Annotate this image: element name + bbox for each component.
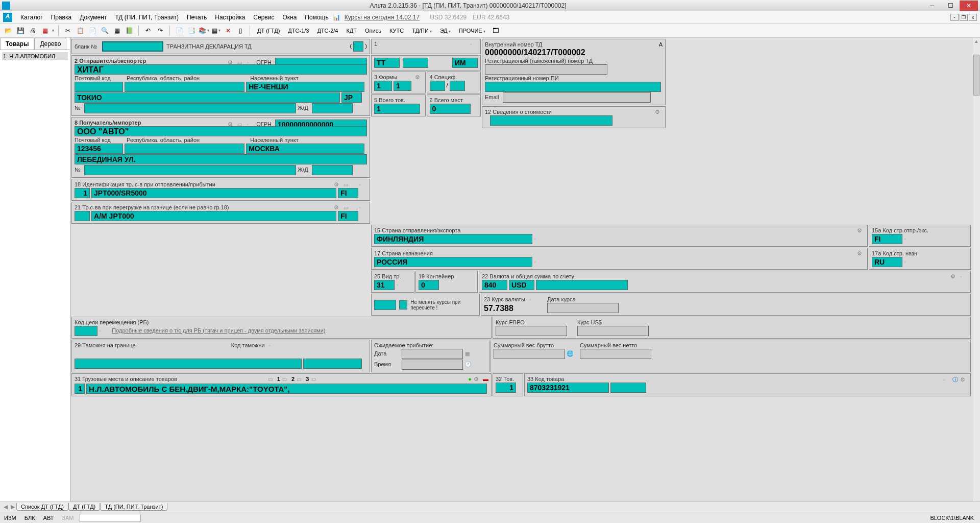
box17a-val[interactable]: RU	[872, 257, 902, 267]
mdi-min-button[interactable]: -	[950, 14, 959, 21]
mdi-restore-button[interactable]: ❐	[960, 14, 968, 21]
menu-print[interactable]: Печать	[183, 14, 211, 21]
gear-icon[interactable]	[857, 250, 864, 257]
calc-icon[interactable]: ▦	[40, 26, 50, 36]
blank-field[interactable]	[102, 41, 163, 52]
gear-icon[interactable]	[474, 376, 481, 383]
page-icon[interactable]	[297, 376, 304, 383]
tree-item-1[interactable]: 1. Н.Л.АВТОМОБИЛ	[2, 52, 68, 60]
box1-im[interactable]: ИМ	[452, 58, 478, 68]
decl-paren-field[interactable]	[353, 41, 363, 52]
box31-num[interactable]: 1	[75, 384, 85, 394]
flag-icon[interactable]	[397, 281, 404, 289]
btn-dts24[interactable]: ДТС-2/4	[314, 28, 341, 34]
gear-icon[interactable]	[415, 74, 422, 81]
page-icon[interactable]	[344, 204, 351, 211]
box22-name[interactable]: USD	[509, 280, 534, 290]
box5-val[interactable]: 1	[374, 104, 420, 114]
email-field[interactable]	[503, 92, 651, 103]
menu-settings[interactable]: Настройка	[211, 14, 249, 21]
expected-time-field[interactable]	[402, 360, 463, 370]
flag-icon[interactable]	[904, 235, 912, 243]
redo-icon[interactable]: ↷	[155, 26, 165, 36]
scroll-left-button[interactable]: ◀	[2, 504, 9, 510]
delete-icon[interactable]: ✕	[223, 26, 233, 36]
menu-edit[interactable]: Правка	[47, 14, 76, 21]
sender-num-field[interactable]	[84, 103, 296, 113]
box21-val[interactable]: А/М JPT000	[91, 211, 336, 221]
box3-b[interactable]: 1	[394, 81, 411, 91]
box4-a-field[interactable]	[430, 81, 445, 91]
spare-field[interactable]	[374, 300, 396, 310]
gear-icon[interactable]	[334, 181, 341, 188]
recv-name[interactable]: ООО "АВТО"	[75, 126, 367, 136]
box21-cc[interactable]: FI	[338, 211, 358, 221]
btn-opis[interactable]: Опись	[362, 28, 384, 34]
box18-val[interactable]: JPT000/SR5000	[91, 188, 336, 198]
box25-val[interactable]: 31	[374, 280, 395, 290]
mdi-close-button[interactable]: x	[969, 14, 977, 21]
recv-zhd-field[interactable]	[312, 165, 353, 175]
flag-icon[interactable]	[359, 181, 366, 188]
scrollbar-thumb[interactable]	[973, 55, 979, 96]
page-icon[interactable]	[282, 376, 289, 383]
sender-country[interactable]: JP	[341, 92, 362, 103]
menu-help[interactable]: Помощь	[301, 14, 332, 21]
btn-dts13[interactable]: ДТС-1/3	[285, 28, 312, 34]
rate-eur-field[interactable]	[496, 326, 567, 336]
gross-field[interactable]	[494, 349, 565, 359]
box1-mid-field[interactable]	[403, 58, 428, 68]
gear-icon[interactable]	[950, 273, 958, 280]
flag-icon[interactable]	[359, 204, 366, 211]
box17-val[interactable]: РОССИЯ	[374, 257, 532, 267]
box33-val[interactable]: 8703231921	[527, 383, 609, 393]
clock-icon[interactable]: 🕐	[464, 361, 472, 367]
btn-kdt[interactable]: КДТ	[343, 28, 360, 34]
sender-postal-val[interactable]: ТОКИО	[75, 92, 340, 103]
purpose-link[interactable]: Подробные сведения о т/с для РБ (тягач и…	[112, 327, 325, 334]
flag-icon[interactable]	[534, 258, 542, 266]
box29-name-field[interactable]	[75, 359, 302, 369]
purpose-field[interactable]	[75, 326, 97, 336]
btn-ed[interactable]: ЭД	[437, 28, 454, 34]
table-icon[interactable]: ▦	[112, 26, 122, 36]
box18-count[interactable]: 1	[75, 188, 90, 198]
expected-date-field[interactable]	[402, 349, 463, 359]
reg-customs-field[interactable]	[485, 64, 607, 75]
box22-code[interactable]: 840	[482, 280, 507, 290]
btab-list[interactable]: Список ДТ (ГТД)	[16, 503, 68, 511]
flag-icon[interactable]	[960, 273, 967, 280]
delete-red-icon[interactable]: ▬	[483, 376, 488, 382]
flag-icon[interactable]	[470, 41, 477, 48]
menu-document[interactable]: Документ	[76, 14, 111, 21]
sidebar-tab-tree[interactable]: Дерево	[34, 38, 66, 50]
btab-td[interactable]: ТД (ПИ, ПИТ, Транзит)	[100, 503, 167, 511]
rate-usd-field[interactable]	[577, 326, 649, 336]
scroll-right-button[interactable]: ▶	[9, 504, 16, 510]
recv-region-field[interactable]	[125, 144, 244, 154]
save-icon[interactable]: 💾	[15, 26, 26, 36]
net-field[interactable]	[580, 349, 651, 359]
menu-td[interactable]: ТД (ПИ, ПИТ, Транзит)	[111, 14, 183, 21]
rates-icon[interactable]: 📊	[333, 14, 340, 21]
find-icon[interactable]: 🔍	[100, 26, 110, 36]
box19-val[interactable]: 0	[419, 280, 439, 290]
book-icon[interactable]: 📗	[124, 26, 134, 36]
btn-kuts[interactable]: КУТС	[386, 28, 407, 34]
multi-doc-icon[interactable]: 📚	[199, 26, 209, 36]
globe-icon[interactable]: 🌐	[567, 350, 574, 356]
maximize-button[interactable]: ☐	[941, 1, 960, 11]
flag-icon[interactable]	[100, 327, 107, 335]
recv-street[interactable]: ЛЕБЕДИНАЯ УЛ.	[75, 154, 367, 164]
flag-icon[interactable]	[534, 235, 542, 243]
menu-service[interactable]: Сервис	[249, 14, 278, 21]
open-icon[interactable]: 📂	[3, 26, 13, 36]
vertical-scrollbar[interactable]: ▴	[972, 38, 980, 502]
box1-tt[interactable]: ТТ	[374, 58, 400, 68]
box29-code-field[interactable]	[303, 359, 362, 369]
menu-catalog[interactable]: Каталог	[16, 14, 47, 21]
recv-num-field[interactable]	[84, 165, 296, 175]
box32-val[interactable]: 1	[496, 383, 516, 393]
page-icon[interactable]	[311, 376, 318, 383]
info-icon[interactable]: ⓘ	[952, 376, 958, 383]
